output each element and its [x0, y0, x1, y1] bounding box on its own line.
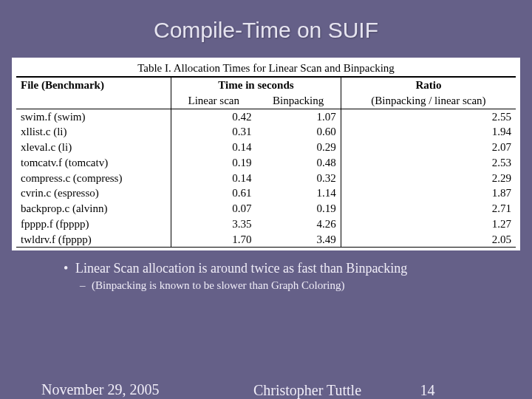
cell-ratio: 1.94 — [341, 124, 516, 140]
table-row: backprop.c (alvinn)0.070.192.71 — [16, 201, 516, 216]
col-header-file: File (Benchmark) — [16, 77, 171, 93]
cell-binpacking: 0.32 — [256, 171, 341, 186]
cell-linear-scan: 0.14 — [171, 171, 256, 186]
table-container: Table I. Allocation Times for Linear Sca… — [12, 58, 520, 250]
bullet-level2: (Binpacking is known to be slower than G… — [80, 279, 498, 292]
bullet-level1: Linear Scan allocation is around twice a… — [64, 261, 498, 276]
cell-ratio: 1.87 — [341, 185, 516, 201]
cell-binpacking: 1.14 — [256, 185, 341, 201]
cell-linear-scan: 0.07 — [171, 201, 256, 216]
cell-file: fpppp.f (fpppp) — [16, 216, 171, 232]
cell-ratio: 2.07 — [341, 140, 516, 155]
cell-ratio: 2.71 — [341, 201, 516, 216]
table-row: xllist.c (li)0.310.601.94 — [16, 124, 516, 140]
cell-file: xleval.c (li) — [16, 140, 171, 155]
cell-file: cvrin.c (espresso) — [16, 185, 171, 201]
cell-ratio: 1.27 — [341, 216, 516, 232]
col-subheader-ratio: (Binpacking / linear scan) — [341, 93, 516, 109]
cell-linear-scan: 0.14 — [171, 140, 256, 155]
cell-ratio: 2.53 — [341, 155, 516, 171]
cell-binpacking: 0.60 — [256, 124, 341, 140]
cell-binpacking: 0.19 — [256, 201, 341, 216]
cell-binpacking: 0.29 — [256, 140, 341, 155]
cell-linear-scan: 0.61 — [171, 185, 256, 201]
bullet-list: Linear Scan allocation is around twice a… — [64, 261, 498, 292]
footer-page-number: 14 — [398, 382, 532, 399]
cell-file: backprop.c (alvinn) — [16, 201, 171, 216]
cell-linear-scan: 0.19 — [171, 155, 256, 171]
cell-file: swim.f (swim) — [16, 109, 171, 124]
cell-linear-scan: 1.70 — [171, 232, 256, 248]
col-header-ratio: Ratio — [341, 77, 516, 93]
cell-file: tomcatv.f (tomcatv) — [16, 155, 171, 171]
slide: Compile-Time on SUIF Table I. Allocation… — [0, 0, 532, 399]
footer-author: Christopher Tuttle — [217, 382, 398, 399]
table-row: swim.f (swim)0.421.072.55 — [16, 109, 516, 124]
cell-linear-scan: 3.35 — [171, 216, 256, 232]
cell-file: xllist.c (li) — [16, 124, 171, 140]
col-header-time: Time in seconds — [171, 77, 341, 93]
cell-binpacking: 1.07 — [256, 109, 341, 124]
cell-ratio: 2.05 — [341, 232, 516, 248]
col-subheader-ls: Linear scan — [171, 93, 256, 109]
table-row: twldrv.f (fpppp)1.703.492.05 — [16, 232, 516, 248]
cell-linear-scan: 0.42 — [171, 109, 256, 124]
table-caption: Table I. Allocation Times for Linear Sca… — [16, 61, 516, 76]
footer: November 29, 2005 Christopher Tuttle 14 — [0, 382, 532, 399]
cell-binpacking: 3.49 — [256, 232, 341, 248]
cell-ratio: 2.29 — [341, 171, 516, 186]
cell-binpacking: 0.48 — [256, 155, 341, 171]
col-subheader-blank — [16, 93, 171, 109]
cell-linear-scan: 0.31 — [171, 124, 256, 140]
data-table: File (Benchmark) Time in seconds Ratio L… — [16, 76, 516, 248]
cell-file: twldrv.f (fpppp) — [16, 232, 171, 248]
col-subheader-bp: Binpacking — [256, 93, 341, 109]
table-row: tomcatv.f (tomcatv)0.190.482.53 — [16, 155, 516, 171]
cell-ratio: 2.55 — [341, 109, 516, 124]
table-row: xleval.c (li)0.140.292.07 — [16, 140, 516, 155]
table-row: fpppp.f (fpppp)3.354.261.27 — [16, 216, 516, 232]
footer-date: November 29, 2005 — [0, 382, 217, 399]
cell-binpacking: 4.26 — [256, 216, 341, 232]
table-row: cvrin.c (espresso)0.611.141.87 — [16, 185, 516, 201]
slide-title: Compile-Time on SUIF — [0, 0, 532, 58]
table-row: compress.c (compress)0.140.322.29 — [16, 171, 516, 186]
cell-file: compress.c (compress) — [16, 171, 171, 186]
